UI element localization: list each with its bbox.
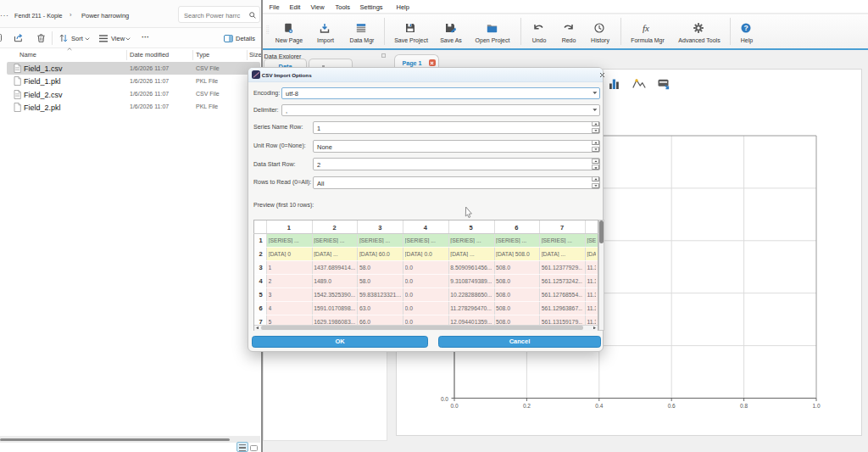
svg-text:1.0: 1.0 [812,403,820,409]
svg-text:0.8: 0.8 [740,403,748,409]
svg-text:0.0: 0.0 [450,403,458,409]
svg-text:0.2: 0.2 [523,403,531,409]
svg-text:0.4: 0.4 [595,403,603,409]
svg-text:0.6: 0.6 [668,403,676,409]
svg-text:0.0: 0.0 [441,396,448,402]
